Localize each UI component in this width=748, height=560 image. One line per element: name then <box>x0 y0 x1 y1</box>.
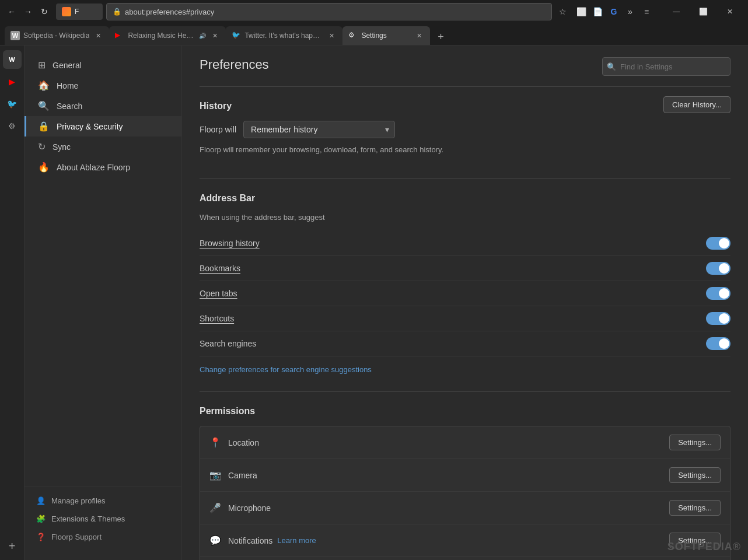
profiles-icon: 👤 <box>36 496 46 505</box>
history-button[interactable]: 📄 <box>590 5 604 19</box>
address-text: about:preferences#privacy <box>125 8 214 16</box>
microphone-settings-button[interactable]: Settings... <box>669 500 721 516</box>
window-controls: — ⬜ ✕ <box>663 3 743 20</box>
permission-row-microphone: 🎤 Microphone Settings... <box>200 492 730 524</box>
notifications-learn-more-link[interactable]: Learn more <box>277 536 316 545</box>
open-tabs-toggle[interactable] <box>706 287 730 300</box>
back-button[interactable]: ← <box>5 5 19 19</box>
tab-settings-close[interactable]: ✕ <box>414 30 424 41</box>
history-content: Floorp will Remember history Never remem… <box>200 121 730 161</box>
history-select-wrapper: Remember history Never remember history … <box>243 121 395 138</box>
sidebar-item-home[interactable]: 🏠 Home <box>25 75 181 96</box>
support-icon: ❓ <box>36 533 46 541</box>
tab-twitter-close[interactable]: ✕ <box>326 30 337 41</box>
tab-bar: W Softpedia - Wikipedia ✕ ▶ Relaxing Mus… <box>0 23 748 46</box>
open-tabs-label: Open tabs <box>200 289 237 298</box>
search-icon: 🔍 <box>38 100 50 111</box>
sidebar-item-privacy-security[interactable]: 🔒 Privacy & Security <box>25 116 181 136</box>
extensions-label: Extensions & Themes <box>51 514 125 523</box>
overflow-button[interactable]: » <box>623 5 637 19</box>
notifications-label: Notifications <box>228 536 272 545</box>
permission-row-camera: 📷 Camera Settings... <box>200 459 730 492</box>
permissions-box: 📍 Location Settings... 📷 Camera Settings… <box>200 426 730 560</box>
find-in-settings-wrapper: 🔍 <box>602 57 730 76</box>
maximize-button[interactable]: ⬜ <box>690 3 716 20</box>
manage-profiles-label: Manage profiles <box>51 496 106 505</box>
address-bar-description: When using the address bar, suggest <box>200 213 730 222</box>
icon-sidebar: W ▶ 🐦 ⚙ + <box>0 46 25 560</box>
clear-history-button[interactable]: Clear History... <box>663 96 730 113</box>
sidebar-item-privacy-label: Privacy & Security <box>57 122 123 131</box>
forward-button[interactable]: → <box>21 5 35 19</box>
sidebar-item-search[interactable]: 🔍 Search <box>25 96 181 116</box>
change-prefs-container: Change preferences for search engine sug… <box>200 365 730 374</box>
permissions-section: Permissions 📍 Location Settings... 📷 Cam… <box>200 406 730 560</box>
tab-music-label: Relaxing Music Healing Stress... <box>128 32 194 40</box>
screenshot-button[interactable]: ⬜ <box>574 5 588 19</box>
sidebar-icon-add[interactable]: + <box>3 537 22 555</box>
history-select[interactable]: Remember history Never remember history … <box>243 121 395 138</box>
sidebar-item-about[interactable]: 🔥 About Ablaze Floorp <box>25 157 181 177</box>
browsing-history-toggle[interactable] <box>706 237 730 250</box>
floorp-tab-indicator[interactable]: F <box>56 4 103 20</box>
bookmarks-label: Bookmarks <box>200 264 240 273</box>
history-left: Floorp will Remember history Never remem… <box>200 121 663 161</box>
browsing-history-knob <box>719 238 729 249</box>
tab-music-close[interactable]: ✕ <box>209 30 220 41</box>
history-description: Floorp will remember your browsing, down… <box>200 145 663 154</box>
g-extension-button[interactable]: G <box>607 5 621 19</box>
notifications-icon: 💬 <box>209 535 221 546</box>
title-bar: ← → ↻ F 🔒 about:preferences#privacy ☆ ⬜ … <box>0 0 748 23</box>
menu-button[interactable]: ≡ <box>639 5 653 19</box>
location-settings-button[interactable]: Settings... <box>669 435 721 450</box>
microphone-label: Microphone <box>228 503 271 513</box>
extensions-icon: 🧩 <box>36 514 46 523</box>
tab-twitter[interactable]: 🐦 Twitter. It's what's happening / ✕ <box>226 26 342 45</box>
find-in-settings-input[interactable] <box>602 57 730 76</box>
sidebar-item-manage-profiles[interactable]: 👤 Manage profiles <box>25 492 181 510</box>
address-bar[interactable]: 🔒 about:preferences#privacy <box>106 3 552 20</box>
tab-music[interactable]: ▶ Relaxing Music Healing Stress... 🔊 ✕ <box>109 26 226 45</box>
section-divider-2 <box>200 391 730 392</box>
bookmark-star-button[interactable]: ☆ <box>555 5 569 19</box>
shortcuts-label: Shortcuts <box>200 314 234 323</box>
bookmarks-toggle[interactable] <box>706 262 730 275</box>
search-engines-label: Search engines <box>200 339 256 348</box>
shortcuts-toggle[interactable] <box>706 312 730 325</box>
search-engines-knob <box>719 338 729 349</box>
minimize-button[interactable]: — <box>663 3 690 20</box>
home-icon: 🏠 <box>38 80 50 91</box>
new-tab-button[interactable]: + <box>432 29 449 45</box>
sidebar-icon-wiki[interactable]: W <box>3 50 22 69</box>
refresh-button[interactable]: ↻ <box>37 5 51 19</box>
sidebar-item-extensions[interactable]: 🧩 Extensions & Themes <box>25 510 181 528</box>
general-icon: ⊞ <box>38 60 46 71</box>
tab-settings[interactable]: ⚙ Settings ✕ <box>342 26 430 45</box>
sidebar-item-sync-label: Sync <box>53 142 71 152</box>
sidebar-icon-twitter[interactable]: 🐦 <box>3 94 22 113</box>
sidebar-item-sync[interactable]: ↻ Sync <box>25 136 181 157</box>
sidebar-item-support[interactable]: ❓ Floorp Support <box>25 528 181 546</box>
permission-row-notifications: 💬 Notifications Learn more Settings... <box>200 524 730 557</box>
youtube-favicon: ▶ <box>115 31 124 40</box>
sidebar-item-general-label: General <box>53 61 82 70</box>
history-section: History Floorp will Remember history Nev… <box>200 101 730 161</box>
sidebar-icon-gear[interactable]: ⚙ <box>3 117 22 135</box>
close-button[interactable]: ✕ <box>716 3 743 20</box>
sidebar-icon-youtube[interactable]: ▶ <box>3 72 22 91</box>
permission-microphone-left: 🎤 Microphone <box>209 502 271 513</box>
permission-row-pause-notifications: Pause notifications until Floorp restart… <box>200 557 730 560</box>
toggle-row-bookmarks: Bookmarks <box>200 256 730 281</box>
toggle-row-search-engines: Search engines <box>200 331 730 356</box>
change-prefs-link[interactable]: Change preferences for search engine sug… <box>200 365 372 374</box>
microphone-icon: 🎤 <box>209 502 221 513</box>
tab-softpedia-close[interactable]: ✕ <box>93 30 103 41</box>
permission-location-left: 📍 Location <box>209 437 259 448</box>
camera-settings-button[interactable]: Settings... <box>669 467 721 483</box>
tab-softpedia[interactable]: W Softpedia - Wikipedia ✕ <box>5 26 109 45</box>
content-area: Preferences 🔍 History Floorp will Rememb… <box>182 46 748 560</box>
search-engines-toggle[interactable] <box>706 337 730 350</box>
sidebar-item-general[interactable]: ⊞ General <box>25 55 181 75</box>
camera-icon: 📷 <box>209 470 221 481</box>
address-bar-container: F 🔒 about:preferences#privacy ☆ <box>56 3 569 20</box>
